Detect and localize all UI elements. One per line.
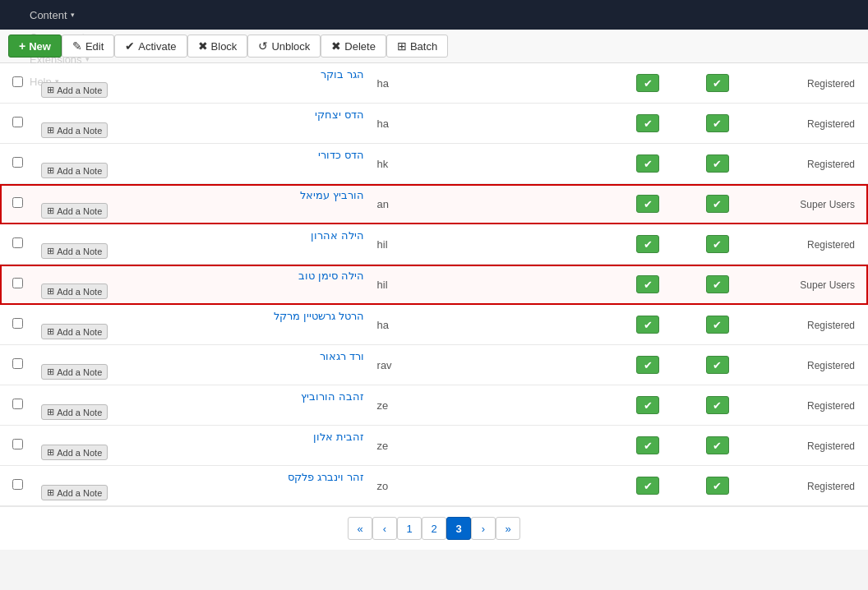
new-button[interactable]: +New (8, 35, 62, 58)
enabled-status[interactable]: ✔ (636, 195, 659, 213)
row-username-cell: hil (371, 224, 440, 265)
row-checkbox[interactable] (12, 358, 23, 369)
edit-button[interactable]: ✎Edit (62, 35, 114, 58)
activated-status[interactable]: ✔ (706, 356, 729, 374)
row-checkbox[interactable] (12, 479, 23, 490)
activated-status[interactable]: ✔ (706, 316, 729, 334)
activated-status[interactable]: ✔ (706, 436, 729, 454)
row-checkbox[interactable] (12, 76, 23, 87)
activated-status[interactable]: ✔ (706, 235, 729, 253)
user-name-link[interactable]: הורביץ עמיאל (41, 189, 363, 201)
row-group-cell: Registered (752, 426, 868, 466)
enabled-status[interactable]: ✔ (636, 356, 659, 374)
batch-icon: ⊞ (397, 39, 407, 53)
add-note-button[interactable]: ⊞ Add a Note (41, 203, 108, 219)
add-note-button[interactable]: ⊞ Add a Note (41, 82, 108, 98)
user-name-link[interactable]: הילה אהרון (41, 229, 363, 242)
user-name-link[interactable]: ורד רגאור (41, 350, 363, 362)
add-note-button[interactable]: ⊞ Add a Note (41, 485, 108, 500)
group-value: Registered (807, 400, 855, 412)
activated-status[interactable]: ✔ (706, 477, 729, 495)
enabled-status[interactable]: ✔ (636, 154, 659, 173)
pagination-page-3[interactable]: 3 (446, 517, 471, 540)
activated-status[interactable]: ✔ (706, 396, 729, 414)
row-checkbox[interactable] (12, 399, 23, 409)
user-name-link[interactable]: הדס יצחקי (41, 108, 363, 121)
enabled-status[interactable]: ✔ (636, 275, 659, 293)
row-enabled-cell: ✔ (613, 466, 682, 506)
enabled-status[interactable]: ✔ (636, 235, 659, 253)
note-icon: ⊞ (47, 366, 54, 377)
add-note-label: Add a Note (57, 408, 102, 417)
table-row: זהר וינברג פלקס ⊞ Add a Note zo ✔ ✔ Regi… (0, 466, 868, 506)
row-checkbox-cell (0, 144, 35, 184)
row-enabled-cell: ✔ (613, 224, 682, 265)
row-checkbox[interactable] (12, 237, 23, 248)
nav-item-menus[interactable]: Menus ▾ (21, 0, 106, 4)
user-name-link[interactable]: זהבית אלון (41, 431, 363, 443)
user-name-link[interactable]: זהבה הורוביץ (41, 390, 363, 403)
row-checkbox[interactable] (12, 197, 23, 208)
enabled-status[interactable]: ✔ (636, 436, 659, 454)
user-name-link[interactable]: הרטל גרשטיין מרקל (41, 310, 363, 322)
add-note-label: Add a Note (57, 327, 102, 337)
pagination-page-1[interactable]: 1 (397, 517, 422, 540)
row-group-cell: Registered (752, 63, 868, 104)
note-icon: ⊞ (47, 407, 54, 417)
row-enabled-cell: ✔ (613, 305, 682, 345)
user-name-link[interactable]: הדס כדורי (41, 149, 363, 161)
table-row: הדס כדורי ⊞ Add a Note hk ✔ ✔ Registered (0, 144, 868, 184)
block-button[interactable]: ✖Block (187, 35, 248, 58)
row-group-cell: Registered (752, 104, 868, 144)
add-note-button[interactable]: ⊞ Add a Note (41, 283, 108, 299)
add-note-button[interactable]: ⊞ Add a Note (41, 122, 108, 138)
enabled-status[interactable]: ✔ (636, 316, 659, 334)
row-activated-cell: ✔ (683, 104, 752, 144)
add-note-button[interactable]: ⊞ Add a Note (41, 364, 108, 380)
user-name-link[interactable]: זהר וינברג פלקס (41, 471, 363, 483)
unblock-button[interactable]: ↺Unblock (247, 35, 321, 58)
add-note-label: Add a Note (57, 488, 102, 498)
add-note-button[interactable]: ⊞ Add a Note (41, 445, 108, 460)
enabled-status[interactable]: ✔ (636, 477, 659, 495)
add-note-button[interactable]: ⊞ Add a Note (41, 404, 108, 420)
activated-status[interactable]: ✔ (706, 275, 729, 293)
row-checkbox[interactable] (12, 318, 23, 329)
pagination-prev[interactable]: ‹ (372, 517, 397, 540)
enabled-status[interactable]: ✔ (636, 74, 659, 92)
activate-button[interactable]: ✔Activate (114, 35, 187, 58)
add-note-button[interactable]: ⊞ Add a Note (41, 324, 108, 339)
enabled-status[interactable]: ✔ (636, 396, 659, 414)
row-activated-cell: ✔ (683, 144, 752, 184)
group-value: Registered (807, 159, 855, 170)
enabled-status[interactable]: ✔ (636, 114, 659, 132)
nav-item-content[interactable]: Content ▾ (21, 4, 106, 26)
pagination-next[interactable]: › (471, 517, 496, 540)
group-value: Registered (807, 118, 855, 130)
batch-label: Batch (410, 40, 437, 53)
pagination-first[interactable]: « (348, 517, 372, 540)
unblock-label: Unblock (271, 40, 310, 53)
row-username-cell: ha (371, 63, 440, 104)
row-group-cell: Registered (752, 305, 868, 345)
row-checkbox-cell (0, 426, 35, 466)
user-name-link[interactable]: הילה סימן טוב (41, 270, 363, 282)
activated-status[interactable]: ✔ (706, 154, 729, 173)
add-note-button[interactable]: ⊞ Add a Note (41, 163, 108, 178)
note-icon: ⊞ (47, 246, 54, 256)
row-checkbox[interactable] (12, 117, 23, 127)
activated-status[interactable]: ✔ (706, 195, 729, 213)
activated-status[interactable]: ✔ (706, 114, 729, 132)
pagination-page-2[interactable]: 2 (422, 517, 446, 540)
row-enabled-cell: ✔ (613, 265, 682, 305)
pagination-last[interactable]: » (496, 517, 520, 540)
row-checkbox[interactable] (12, 278, 23, 288)
row-checkbox[interactable] (12, 439, 23, 449)
block-icon: ✖ (198, 39, 208, 53)
row-checkbox[interactable] (12, 157, 23, 168)
batch-button[interactable]: ⊞Batch (386, 35, 448, 58)
activated-status[interactable]: ✔ (706, 74, 729, 92)
delete-button[interactable]: ✖Delete (321, 35, 386, 58)
add-note-button[interactable]: ⊞ Add a Note (41, 243, 108, 259)
note-icon: ⊞ (47, 487, 54, 498)
